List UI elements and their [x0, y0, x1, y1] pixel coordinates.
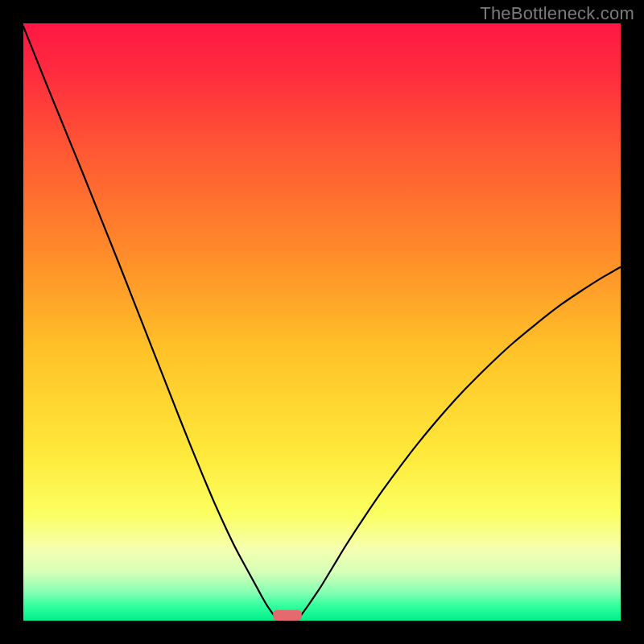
plot-area — [23, 23, 621, 621]
bottleneck-marker — [273, 610, 302, 621]
gradient-background — [23, 23, 621, 621]
chart-frame: TheBottleneck.com — [0, 0, 644, 644]
watermark-text: TheBottleneck.com — [480, 3, 634, 24]
chart-svg — [23, 23, 621, 621]
